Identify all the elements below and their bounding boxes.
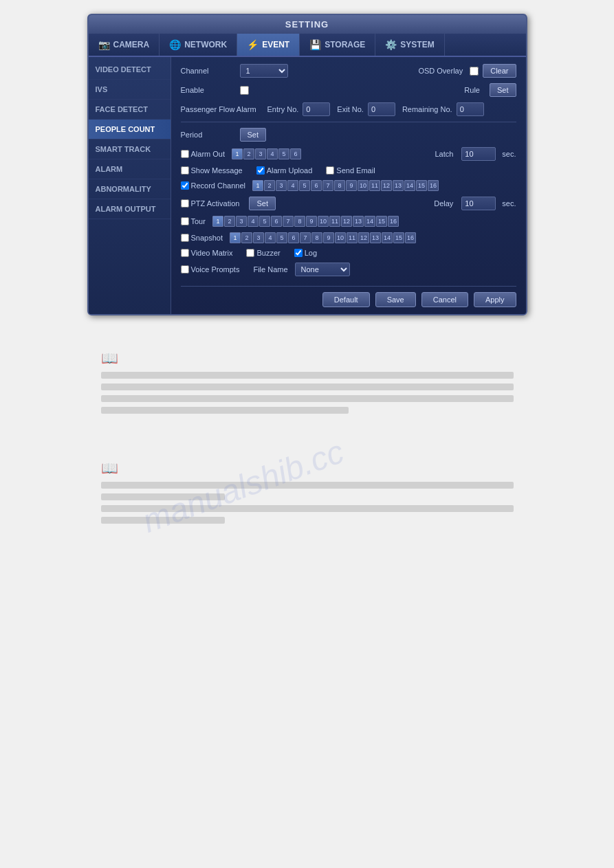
- sidebar-item-ivs[interactable]: IVS: [89, 80, 171, 100]
- rec-ch-16[interactable]: 16: [428, 180, 439, 191]
- tab-network[interactable]: 🌐 NETWORK: [160, 34, 237, 56]
- tour-ch-3[interactable]: 3: [236, 216, 247, 227]
- snap-ch-10[interactable]: 10: [335, 232, 346, 243]
- camera-icon: 📷: [98, 39, 110, 50]
- show-message-checkbox[interactable]: [181, 166, 189, 175]
- ptz-activation-checkbox[interactable]: [181, 199, 189, 208]
- snap-ch-9[interactable]: 9: [323, 232, 334, 243]
- period-set-button[interactable]: Set: [240, 128, 267, 142]
- alarm-out-checkbox[interactable]: [181, 150, 189, 158]
- sidebar-item-face-detect[interactable]: FACE DETECT: [89, 100, 171, 120]
- tour-ch-10[interactable]: 10: [318, 216, 329, 227]
- send-email-checkbox[interactable]: [326, 166, 334, 175]
- log-checkbox[interactable]: [294, 249, 303, 257]
- tab-event[interactable]: ⚡ EVENT: [237, 34, 300, 56]
- set-rule-button[interactable]: Set: [490, 83, 516, 97]
- alarm-upload-checkbox[interactable]: [256, 166, 265, 175]
- sidebar-item-video-detect[interactable]: VIDEO DETECT: [89, 60, 171, 80]
- rec-ch-13[interactable]: 13: [393, 180, 404, 191]
- ch-num-4[interactable]: 4: [267, 148, 278, 159]
- exit-no-input[interactable]: [368, 102, 395, 116]
- tab-storage[interactable]: 💾 STORAGE: [300, 34, 375, 56]
- tour-ch-9[interactable]: 9: [306, 216, 317, 227]
- cancel-button[interactable]: Cancel: [421, 292, 468, 307]
- rec-ch-4[interactable]: 4: [287, 180, 298, 191]
- snap-ch-12[interactable]: 12: [358, 232, 369, 243]
- record-channels: 1 2 3 4 5 6 7 8 9 10 11 12 13 14: [252, 180, 439, 191]
- rec-ch-1[interactable]: 1: [252, 180, 263, 191]
- channel-select[interactable]: 1: [240, 64, 288, 78]
- rec-ch-12[interactable]: 12: [381, 180, 392, 191]
- snapshot-checkbox[interactable]: [181, 234, 189, 242]
- tour-ch-14[interactable]: 14: [364, 216, 375, 227]
- voice-prompts-checkbox[interactable]: [181, 265, 189, 274]
- tour-ch-5[interactable]: 5: [259, 216, 270, 227]
- tour-ch-12[interactable]: 12: [341, 216, 352, 227]
- save-button[interactable]: Save: [375, 292, 416, 307]
- tour-ch-11[interactable]: 11: [329, 216, 340, 227]
- rec-ch-9[interactable]: 9: [346, 180, 357, 191]
- tour-ch-6[interactable]: 6: [271, 216, 282, 227]
- ch-num-5[interactable]: 5: [278, 148, 289, 159]
- tour-checkbox[interactable]: [181, 217, 189, 225]
- snap-ch-4[interactable]: 4: [265, 232, 276, 243]
- rec-ch-8[interactable]: 8: [334, 180, 345, 191]
- delay-input[interactable]: [461, 197, 496, 210]
- tab-camera[interactable]: 📷 CAMERA: [89, 34, 160, 56]
- sidebar-item-abnormality[interactable]: ABNORMALITY: [89, 179, 171, 199]
- snap-ch-2[interactable]: 2: [241, 232, 252, 243]
- default-button[interactable]: Default: [322, 292, 370, 307]
- rec-ch-5[interactable]: 5: [299, 180, 310, 191]
- snap-ch-15[interactable]: 15: [393, 232, 404, 243]
- snap-ch-16[interactable]: 16: [405, 232, 416, 243]
- tour-ch-15[interactable]: 15: [376, 216, 387, 227]
- passenger-flow-label: Passenger Flow Alarm: [181, 105, 263, 113]
- enable-checkbox[interactable]: [240, 86, 249, 95]
- tour-ch-16[interactable]: 16: [388, 216, 399, 227]
- ch-num-1[interactable]: 1: [232, 148, 243, 159]
- apply-button[interactable]: Apply: [474, 292, 516, 307]
- tour-ch-7[interactable]: 7: [283, 216, 294, 227]
- sidebar-item-people-count[interactable]: PEOPLE COUNT: [89, 120, 171, 140]
- snap-ch-7[interactable]: 7: [300, 232, 311, 243]
- sidebar-item-alarm[interactable]: ALARM: [89, 159, 171, 179]
- rec-ch-11[interactable]: 11: [369, 180, 380, 191]
- ch-num-6[interactable]: 6: [290, 148, 301, 159]
- snap-ch-1[interactable]: 1: [230, 232, 241, 243]
- entry-no-input[interactable]: [303, 102, 330, 116]
- rec-ch-6[interactable]: 6: [311, 180, 322, 191]
- tour-ch-13[interactable]: 13: [353, 216, 364, 227]
- tour-ch-4[interactable]: 4: [248, 216, 259, 227]
- tour-ch-1[interactable]: 1: [212, 216, 223, 227]
- clear-button[interactable]: Clear: [483, 64, 516, 78]
- ch-num-3[interactable]: 3: [255, 148, 266, 159]
- snap-ch-3[interactable]: 3: [253, 232, 264, 243]
- rec-ch-2[interactable]: 2: [264, 180, 275, 191]
- record-channel-checkbox[interactable]: [181, 181, 189, 190]
- snap-ch-6[interactable]: 6: [288, 232, 299, 243]
- file-name-select[interactable]: None: [295, 263, 350, 276]
- tour-ch-2[interactable]: 2: [224, 216, 235, 227]
- latch-input[interactable]: [461, 147, 496, 161]
- buzzer-checkbox[interactable]: [246, 249, 254, 257]
- ptz-set-button[interactable]: Set: [249, 197, 276, 210]
- rec-ch-7[interactable]: 7: [322, 180, 333, 191]
- snap-ch-8[interactable]: 8: [311, 232, 322, 243]
- sidebar-item-alarm-output[interactable]: ALARM OUTPUT: [89, 199, 171, 219]
- snap-ch-5[interactable]: 5: [276, 232, 287, 243]
- snap-ch-13[interactable]: 13: [370, 232, 381, 243]
- snap-ch-14[interactable]: 14: [382, 232, 393, 243]
- sidebar-item-smart-track[interactable]: SMART TRACK: [89, 140, 171, 159]
- note2-line-4: [101, 517, 225, 524]
- osd-overlay-checkbox[interactable]: [470, 67, 479, 76]
- video-matrix-checkbox[interactable]: [181, 249, 189, 257]
- snap-ch-11[interactable]: 11: [347, 232, 358, 243]
- rec-ch-3[interactable]: 3: [276, 180, 287, 191]
- rec-ch-15[interactable]: 15: [416, 180, 427, 191]
- remaining-no-input[interactable]: [457, 102, 484, 116]
- tour-ch-8[interactable]: 8: [294, 216, 305, 227]
- rec-ch-10[interactable]: 10: [358, 180, 369, 191]
- tab-system[interactable]: ⚙️ SYSTEM: [375, 34, 444, 56]
- rec-ch-14[interactable]: 14: [404, 180, 415, 191]
- ch-num-2[interactable]: 2: [243, 148, 254, 159]
